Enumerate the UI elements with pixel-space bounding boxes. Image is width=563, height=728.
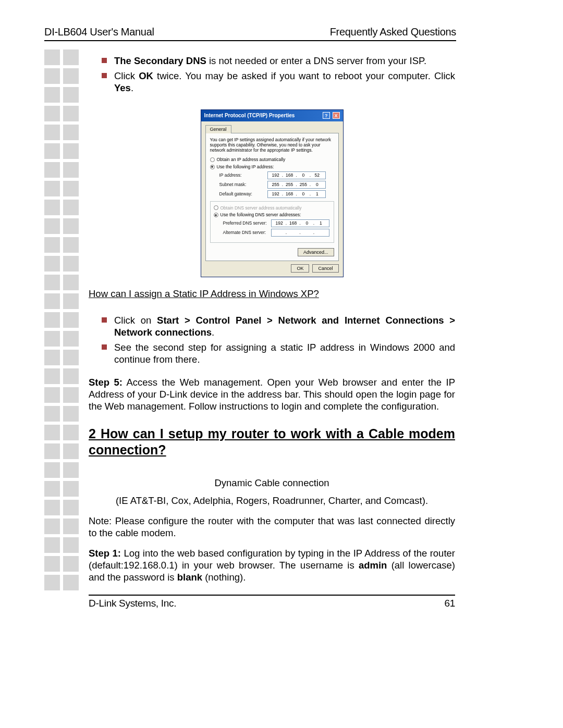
footer-page-number: 61 bbox=[444, 597, 455, 610]
dynamic-cable-providers: (IE AT&T-BI, Cox, Adelphia, Rogers, Road… bbox=[89, 495, 455, 507]
text: Click bbox=[114, 70, 139, 81]
header-right: Frequently Asked Questions bbox=[330, 26, 456, 38]
step-1: Step 1: Log into the web based configura… bbox=[89, 547, 455, 583]
radio-label: Obtain DNS server address automatically bbox=[221, 205, 331, 211]
dialog-title: Internet Protocol (TCP/IP) Properties bbox=[204, 113, 295, 119]
radio-label: Use the following DNS server addresses: bbox=[221, 212, 301, 218]
question-xp-static-ip: How can I assign a Static IP Address in … bbox=[89, 288, 455, 300]
radio-icon bbox=[214, 213, 218, 217]
text: Click on bbox=[114, 315, 157, 326]
octet: 0 bbox=[298, 172, 309, 178]
radio-obtain-dns-auto: Obtain DNS server address automatically bbox=[214, 205, 331, 211]
octet: 255 bbox=[298, 182, 309, 188]
octet: 168 bbox=[284, 191, 295, 197]
note-configure-router: Note: Please configure the router with t… bbox=[89, 515, 455, 539]
page-container: DI-LB604 User's Manual Frequently Asked … bbox=[44, 26, 456, 610]
text: is not needed or enter a DNS server from… bbox=[206, 55, 426, 66]
bullet-start-path: Click on Start > Control Panel > Network… bbox=[102, 314, 455, 338]
footer-left: D-Link Systems, Inc. bbox=[89, 597, 176, 610]
bullet-list-2: Click on Start > Control Panel > Network… bbox=[102, 314, 455, 366]
bullet-click-ok: Click OK twice. You may be asked if you … bbox=[102, 70, 455, 94]
radio-icon bbox=[210, 165, 215, 169]
text: See the second step for assigning a stat… bbox=[114, 342, 455, 365]
bold-text: admin bbox=[359, 560, 387, 571]
cancel-button[interactable]: Cancel bbox=[312, 264, 338, 273]
ip-address-field[interactable]: 192. 168. 0. 52 bbox=[267, 171, 326, 179]
octet: 52 bbox=[311, 172, 323, 178]
alternate-dns-field[interactable]: . . . bbox=[271, 229, 329, 237]
octet: 1 bbox=[311, 191, 323, 197]
bullet-list-1: The Secondary DNS is not needed or enter… bbox=[102, 55, 455, 94]
octet: 192 bbox=[270, 191, 282, 197]
bullet-secondary-dns: The Secondary DNS is not needed or enter… bbox=[102, 55, 455, 67]
help-icon[interactable]: ? bbox=[323, 112, 330, 119]
label-subnet-mask: Subnet mask: bbox=[210, 182, 267, 188]
radio-obtain-ip-auto[interactable]: Obtain an IP address automatically bbox=[210, 157, 334, 163]
radio-icon bbox=[214, 205, 218, 210]
bullet-see-second-step: See the second step for assigning a stat… bbox=[102, 341, 455, 365]
octet: 192 bbox=[270, 172, 282, 178]
step-5: Step 5: Access the Web management. Open … bbox=[89, 376, 455, 412]
dynamic-cable-title: Dynamic Cable connection bbox=[89, 477, 455, 489]
preferred-dns-field[interactable]: 192. 168. 0. 1 bbox=[271, 219, 329, 227]
radio-label: Obtain an IP address automatically bbox=[217, 157, 286, 163]
octet: 168 bbox=[284, 172, 295, 178]
text: twice. You may be asked if you want to r… bbox=[153, 70, 455, 81]
bold-text: OK bbox=[139, 70, 153, 81]
dialog-description: You can get IP settings assigned automat… bbox=[210, 138, 334, 153]
label-preferred-dns: Preferred DNS server: bbox=[214, 220, 271, 226]
advanced-button[interactable]: Advanced... bbox=[298, 248, 334, 256]
section-2-heading: 2 How can I setup my router to work with… bbox=[89, 426, 455, 459]
octet: 1 bbox=[315, 220, 326, 226]
octet: 168 bbox=[287, 220, 299, 226]
octet: 0 bbox=[311, 182, 323, 188]
bold-text: The Secondary DNS bbox=[114, 55, 206, 66]
radio-label: Use the following IP address: bbox=[217, 164, 274, 170]
ok-button[interactable]: OK bbox=[291, 264, 309, 273]
octet: 255 bbox=[270, 182, 282, 188]
step-text: Access the Web management. Open your Web… bbox=[89, 377, 455, 412]
bold-text: Start > Control Panel > Network and Inte… bbox=[114, 315, 455, 338]
page-content: The Secondary DNS is not needed or enter… bbox=[89, 55, 455, 610]
octet: 0 bbox=[298, 191, 309, 197]
label-ip-address: IP address: bbox=[210, 172, 267, 178]
page-footer: D-Link Systems, Inc. 61 bbox=[89, 595, 455, 610]
default-gateway-field[interactable]: 192. 168. 0. 1 bbox=[267, 190, 326, 198]
octet: 255 bbox=[284, 182, 295, 188]
step-label: Step 5: bbox=[89, 377, 123, 388]
bold-text: Yes bbox=[114, 82, 131, 93]
tcpip-dialog: Internet Protocol (TCP/IP) Properties ? … bbox=[201, 109, 344, 277]
tab-general[interactable]: General bbox=[205, 125, 231, 133]
subnet-mask-field[interactable]: 255. 255. 255. 0 bbox=[267, 181, 326, 189]
text: (nothing). bbox=[202, 572, 246, 583]
radio-use-following-dns[interactable]: Use the following DNS server addresses: bbox=[214, 212, 331, 218]
label-default-gateway: Default gateway: bbox=[210, 191, 267, 197]
bold-text: blank bbox=[177, 572, 202, 583]
tcpip-dialog-figure: Internet Protocol (TCP/IP) Properties ? … bbox=[89, 109, 455, 277]
step-label: Step 1: bbox=[89, 548, 121, 559]
label-alternate-dns: Alternate DNS server: bbox=[214, 230, 271, 236]
radio-icon bbox=[210, 157, 215, 162]
close-icon[interactable]: X bbox=[333, 112, 340, 119]
octet: 0 bbox=[301, 220, 313, 226]
dialog-titlebar: Internet Protocol (TCP/IP) Properties ? … bbox=[201, 110, 343, 121]
header-left: DI-LB604 User's Manual bbox=[44, 26, 154, 38]
page-header: DI-LB604 User's Manual Frequently Asked … bbox=[44, 26, 456, 41]
text: . bbox=[131, 82, 133, 93]
radio-use-following-ip[interactable]: Use the following IP address: bbox=[210, 164, 334, 170]
octet: 192 bbox=[274, 220, 285, 226]
text: . bbox=[212, 327, 214, 338]
